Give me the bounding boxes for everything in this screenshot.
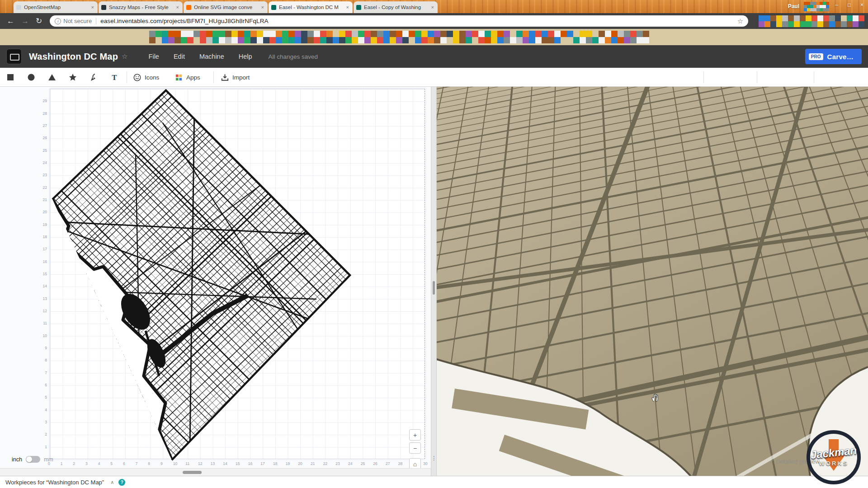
censored-pixel: [554, 31, 561, 37]
ruler-label: 6: [38, 383, 47, 387]
horizontal-scrollbar[interactable]: [0, 468, 431, 476]
ellipse-tool[interactable]: [23, 69, 40, 86]
browser-tab[interactable]: OpenStreetMap×: [14, 1, 98, 13]
censored-pixel: [592, 37, 599, 43]
carve-button[interactable]: PRO Carve…: [805, 49, 862, 64]
censored-pixel: [813, 5, 816, 8]
ruler-label: 24: [38, 160, 47, 165]
zoom-in-button[interactable]: +: [409, 429, 421, 441]
menu-machine[interactable]: Machine: [199, 53, 224, 60]
censored-extensions-icons: [759, 15, 864, 27]
censored-pixel: [599, 37, 605, 43]
vertical-scroll-handle[interactable]: [433, 281, 435, 295]
censored-pixel: [794, 21, 800, 27]
censored-pixel: [206, 37, 212, 43]
expand-panel-icon[interactable]: ∧: [110, 479, 114, 485]
window-maximize-button[interactable]: □: [845, 2, 854, 8]
censored-pixel: [149, 37, 156, 43]
tab-close-icon[interactable]: ×: [175, 5, 180, 10]
censored-pixel: [428, 37, 434, 43]
unit-toggle-switch[interactable]: [26, 456, 40, 463]
tab-close-icon[interactable]: ×: [430, 5, 435, 10]
tab-close-icon[interactable]: ×: [260, 5, 265, 10]
ruler-label: 1: [61, 461, 63, 466]
censored-pixel: [358, 31, 364, 37]
censored-pixel: [823, 15, 829, 21]
ruler-label: 5: [38, 395, 47, 399]
censored-pixel: [447, 37, 453, 43]
star-icon: [68, 73, 77, 82]
back-button[interactable]: ←: [7, 17, 14, 26]
divider-drag-icon[interactable]: ⋮: [431, 455, 436, 461]
ruler-label: 12: [198, 461, 202, 466]
import-button-label: Import: [232, 74, 250, 81]
3d-preview-panel[interactable]: ✓ Detailed preview: [437, 87, 868, 476]
censored-pixel: [181, 31, 187, 37]
censored-pixel: [611, 37, 618, 43]
censored-pixel: [816, 5, 820, 8]
polygon-tool[interactable]: [43, 69, 61, 86]
browser-tab[interactable]: Easel - Copy of Washing×: [354, 1, 438, 13]
browser-profile-name[interactable]: Paul: [788, 3, 799, 9]
ruler-label: 27: [386, 461, 390, 466]
info-icon[interactable]: i: [55, 18, 61, 24]
browser-tab[interactable]: Online SVG image conve×: [184, 1, 268, 13]
panel-divider[interactable]: ⋮: [431, 87, 437, 476]
star-tool[interactable]: [64, 69, 81, 86]
icons-button[interactable]: Icons: [133, 69, 159, 86]
censored-pixel: [415, 31, 421, 37]
browser-tab[interactable]: Easel - Washington DC M×: [269, 1, 353, 13]
tab-list: OpenStreetMap×Snazzy Maps - Free Style×O…: [14, 1, 438, 13]
design-canvas-panel[interactable]: 1234567891011121314151617181920212223242…: [0, 87, 431, 476]
apps-button[interactable]: Apps: [175, 69, 200, 86]
menu-file[interactable]: File: [149, 53, 159, 60]
censored-pixel: [466, 31, 472, 37]
workpieces-label[interactable]: Workpieces for “Washington DC Map”: [5, 479, 104, 486]
easel-logo[interactable]: [6, 49, 22, 64]
import-button[interactable]: Import: [221, 69, 250, 86]
browser-tab[interactable]: Snazzy Maps - Free Style×: [99, 1, 183, 13]
toolbar-separator: [703, 71, 704, 83]
censored-pixel: [428, 31, 434, 37]
tab-close-icon[interactable]: ×: [90, 5, 95, 10]
censored-pixel: [810, 5, 813, 8]
refresh-button[interactable]: ↻: [36, 16, 42, 26]
horizontal-scroll-handle[interactable]: [183, 471, 202, 474]
censored-pixel: [333, 37, 339, 43]
url-text[interactable]: easel.inventables.com/projects/BFM7I_HUg…: [100, 18, 737, 24]
ruler-label: 16: [38, 259, 47, 264]
window-minimize-button[interactable]: –: [832, 2, 841, 8]
menu-help[interactable]: Help: [239, 53, 252, 60]
ruler-label: 8: [38, 358, 47, 362]
window-close-button[interactable]: ×: [858, 2, 866, 8]
censored-pixel: [402, 31, 409, 37]
project-title[interactable]: Washington DC Map: [29, 52, 118, 62]
menu-edit[interactable]: Edit: [174, 53, 185, 60]
censored-pixel: [592, 31, 599, 37]
censored-pixel: [637, 37, 643, 43]
ruler-label: 11: [185, 461, 189, 466]
zoom-out-button[interactable]: −: [409, 442, 421, 454]
tab-title: Easel - Copy of Washing: [364, 5, 428, 10]
censored-pixel: [611, 31, 618, 37]
censored-pixel: [853, 21, 859, 27]
ruler-label: 16: [248, 461, 252, 466]
censored-pixel: [219, 31, 225, 37]
text-tool[interactable]: T: [106, 69, 123, 86]
tab-close-icon[interactable]: ×: [345, 5, 350, 10]
forward-button[interactable]: →: [21, 17, 29, 26]
censored-pixel: [643, 31, 649, 37]
favorite-star-icon[interactable]: ☆: [122, 52, 127, 61]
censored-pixel: [624, 37, 630, 43]
ruler-label: 7: [136, 461, 138, 466]
address-bar[interactable]: i Not secure easel.inventables.com/proje…: [50, 15, 748, 27]
ruler-label: 5: [110, 461, 113, 466]
dc-map-2d-design[interactable]: [0, 87, 431, 476]
bookmark-star-icon[interactable]: ☆: [737, 17, 743, 25]
rectangle-tool[interactable]: [2, 69, 19, 86]
censored-pixel: [826, 5, 829, 8]
ruler-label: 19: [286, 461, 290, 466]
pen-tool[interactable]: [85, 69, 102, 86]
censored-pixel: [320, 37, 326, 43]
help-icon[interactable]: ?: [118, 479, 125, 486]
